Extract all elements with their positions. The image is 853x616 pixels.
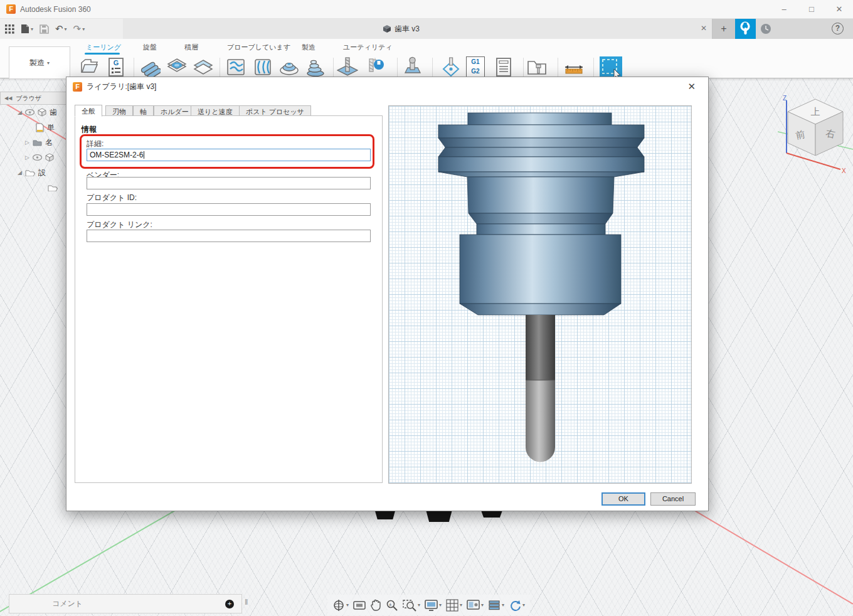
application-window: F Autodesk Fusion 360 – □ ✕ ▾ ↶ ▾: [0, 0, 853, 616]
g1-label: G1: [467, 57, 484, 66]
dialog-tab-general[interactable]: 全般: [75, 105, 102, 117]
product-link-field-label: プロダクト リンク:: [87, 220, 152, 230]
magnifier-zoom-icon: ±: [386, 599, 398, 612]
minimize-button[interactable]: –: [770, 0, 798, 18]
facing-toolpath-icon[interactable]: [139, 56, 161, 78]
cancel-button[interactable]: Cancel: [650, 492, 696, 506]
refresh-button[interactable]: ▾: [509, 599, 525, 612]
grid-icon: [446, 599, 458, 612]
redo-icon: ↷: [73, 23, 82, 35]
extensions-button[interactable]: [735, 19, 756, 39]
add-comment-icon[interactable]: +: [225, 600, 234, 608]
display-settings-icon: [425, 599, 438, 612]
setup-folder-icon[interactable]: [80, 56, 101, 78]
layout-button[interactable]: ▾: [488, 600, 504, 611]
redo-button[interactable]: ↷ ▾: [73, 23, 85, 35]
viewports-button[interactable]: ▾: [467, 599, 484, 612]
pan-hand-icon: [370, 599, 381, 612]
general-tab-panel: 情報 詳細: OM-SE2SM-2-6 ベンダー: プロダクト ID: プロダク…: [75, 115, 383, 483]
pan-button[interactable]: [370, 599, 381, 612]
nc-program-icon[interactable]: G: [106, 56, 127, 78]
document-tab[interactable]: 歯車 v3 ✕: [123, 19, 713, 39]
probe-icon[interactable]: [440, 56, 462, 78]
browser-item-named-views[interactable]: ▷ 名: [0, 135, 73, 150]
browser-title: ブラウザ: [16, 94, 41, 103]
svg-text:+: +: [373, 56, 377, 63]
pocket-2d-icon[interactable]: [225, 56, 246, 78]
g1g2-inspection-icon[interactable]: G1 G2: [466, 56, 485, 78]
orbit-button[interactable]: ▾: [332, 599, 349, 612]
help-button[interactable]: ?: [832, 23, 844, 35]
chevron-down-icon: ▾: [522, 602, 525, 608]
browser-item-setup1[interactable]: [0, 180, 73, 195]
ribbon-tab-utilities[interactable]: ユーティリティ: [343, 43, 393, 52]
tool-preview-panel[interactable]: [388, 105, 692, 484]
panel-grip-icon[interactable]: ‖: [245, 597, 248, 607]
ribbon-tab-additive[interactable]: 積層: [184, 43, 198, 52]
ribbon-tab-milling[interactable]: ミーリング: [86, 43, 121, 52]
viewcube[interactable]: Z X 上 前 右: [778, 93, 853, 174]
comment-bar[interactable]: コメント +: [9, 594, 242, 613]
browser-panel: ◀◀ ブラウザ ◢ 歯 単 ▷ 名 ▷ ◢ 設: [0, 92, 73, 195]
drill-icon[interactable]: [337, 56, 358, 78]
collapsed-icon[interactable]: ▷: [25, 154, 29, 161]
active-tab-underline: [85, 53, 120, 55]
contour-2d-icon[interactable]: [252, 56, 273, 78]
fit-button[interactable]: ▾: [403, 599, 420, 612]
face-milling-icon[interactable]: [193, 56, 214, 78]
viewcube-x-axis: [787, 153, 840, 169]
chevron-down-icon: ▾: [47, 60, 50, 66]
visibility-eye-icon[interactable]: [25, 109, 34, 115]
adaptive-clearing-icon[interactable]: [166, 56, 188, 78]
expanded-icon[interactable]: ◢: [18, 109, 22, 115]
undo-button[interactable]: ↶ ▾: [55, 23, 67, 35]
browser-item-units[interactable]: 単: [0, 120, 73, 135]
tool-library-icon[interactable]: [526, 56, 548, 78]
browser-item-body[interactable]: ▷: [0, 150, 73, 165]
document-tab-label: 歯車 v3: [395, 24, 420, 35]
ok-button[interactable]: OK: [601, 492, 645, 506]
vendor-input[interactable]: [87, 177, 371, 189]
product-id-input[interactable]: [87, 203, 371, 216]
document-tab-strip: ▾ ↶ ▾ ↷ ▾ 歯車 v3 ✕ +: [0, 19, 853, 39]
collapsed-icon[interactable]: ▷: [25, 139, 29, 146]
browser-item-document[interactable]: ◢ 歯: [0, 105, 73, 120]
toolbar-separator: [220, 58, 220, 79]
display-settings-button[interactable]: ▾: [425, 599, 442, 612]
ribbon-tab-turning[interactable]: 旋盤: [143, 43, 157, 52]
workspace-selector[interactable]: 製造 ▾: [9, 46, 70, 79]
bore-toolpath-icon[interactable]: [278, 56, 300, 78]
expanded-icon[interactable]: ◢: [18, 169, 22, 176]
ribbon-tab-probing[interactable]: プローブしています: [227, 43, 290, 52]
measure-icon[interactable]: [563, 56, 585, 78]
spiral-toolpath-icon[interactable]: [305, 56, 326, 78]
browser-header[interactable]: ◀◀ ブラウザ: [0, 92, 73, 105]
zoom-button[interactable]: ±: [386, 599, 398, 612]
toolbar-separator: [134, 58, 134, 79]
new-document-tab-button[interactable]: +: [713, 19, 735, 39]
grid-display-button[interactable]: ▾: [446, 599, 462, 612]
product-id-field-label: プロダクト ID:: [87, 193, 137, 203]
ribbon-tab-fabrication[interactable]: 製造: [302, 43, 315, 52]
browser-item-setups[interactable]: ◢ 設: [0, 165, 73, 180]
browser-item-label: 名: [45, 137, 53, 148]
job-status-button[interactable]: [756, 19, 776, 39]
tool-wrench-icon[interactable]: +: [364, 56, 386, 78]
file-menu-button[interactable]: ▾: [21, 24, 33, 34]
app-grid-icon[interactable]: [5, 24, 14, 34]
chevron-down-icon: ▾: [439, 602, 442, 608]
close-button[interactable]: ✕: [825, 0, 853, 18]
document-tab-close-icon[interactable]: ✕: [701, 24, 707, 33]
look-at-button[interactable]: [353, 600, 366, 611]
generate-toolpath-icon[interactable]: [401, 56, 423, 78]
dialog-close-icon[interactable]: ✕: [687, 81, 696, 92]
maximize-button[interactable]: □: [798, 0, 825, 18]
collapse-panel-icon[interactable]: ◀◀: [4, 95, 12, 101]
inspection-report-icon[interactable]: [493, 56, 514, 78]
visibility-eye-icon[interactable]: [33, 154, 42, 161]
save-button[interactable]: [40, 24, 49, 34]
orbit-icon: [332, 599, 345, 612]
product-link-input[interactable]: [87, 230, 371, 242]
box-select-tool-active[interactable]: [600, 56, 622, 79]
toolbar-separator: [593, 58, 594, 79]
